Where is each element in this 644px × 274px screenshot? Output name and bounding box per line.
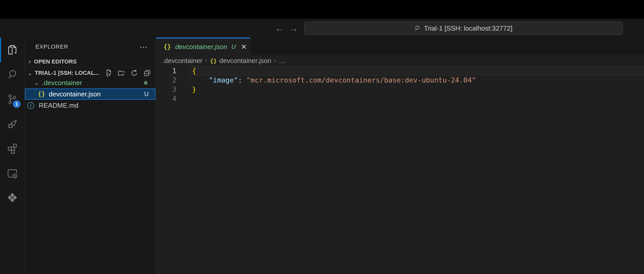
sidebar-more-actions-icon[interactable]: ⋯ <box>140 38 148 56</box>
code-line-1: 1 { <box>156 66 644 76</box>
tab-label: devcontainer.json <box>175 43 227 51</box>
refresh-icon[interactable] <box>130 69 138 77</box>
indent-guide <box>190 76 190 85</box>
debug-icon <box>6 118 18 130</box>
activity-item-source-control[interactable]: 1 <box>0 87 25 112</box>
activity-bar: 1 <box>0 38 25 274</box>
workspace-label: TRIAL-1 [SSH: LOCAL... <box>35 70 99 76</box>
search-icon <box>415 25 421 31</box>
tree-indent-guide <box>35 89 35 100</box>
title-bar: ← → Trial-1 [SSH: localhost:32772] <box>0 19 644 38</box>
menu-bar <box>0 0 644 19</box>
file-label: devcontainer.json <box>49 90 101 98</box>
activity-item-run-debug[interactable] <box>0 112 25 136</box>
tab-devcontainer-json[interactable]: {} devcontainer.json U ✕ <box>156 38 250 55</box>
chevron-right-icon: › <box>205 57 207 64</box>
chevron-down-icon: ⌄ <box>34 80 39 86</box>
tree-row-devcontainer-folder[interactable]: ⌄ .devcontainer <box>25 77 155 88</box>
chevron-right-icon: › <box>274 57 277 64</box>
code-line-4: 4 <box>156 94 644 103</box>
remote-explorer-icon <box>6 167 18 179</box>
tab-untracked-badge: U <box>231 43 236 50</box>
current-line-highlight <box>189 66 644 76</box>
active-indicator <box>0 38 1 62</box>
code-token-key: "image" <box>209 76 238 84</box>
readme-info-icon: i <box>27 102 34 109</box>
nav-forward-icon[interactable]: → <box>288 19 299 38</box>
editor-area: {} devcontainer.json U ✕ .devcontainer ›… <box>156 38 644 274</box>
line-number: 2 <box>156 76 176 85</box>
breadcrumb-folder[interactable]: .devcontainer <box>162 57 202 65</box>
file-tree: ⌄ .devcontainer {} devcontainer.json U i… <box>25 77 155 111</box>
chevron-right-icon: › <box>29 58 31 65</box>
json-file-icon: {} <box>210 58 217 64</box>
workspace-section[interactable]: ⌄ TRIAL-1 [SSH: LOCAL... <box>25 68 155 78</box>
git-untracked-badge: U <box>144 90 149 98</box>
activity-item-containers[interactable] <box>0 186 25 210</box>
code-token-string: "mcr.microsoft.com/devcontainers/base:de… <box>246 76 476 84</box>
breadcrumb: .devcontainer › {} devcontainer.json › … <box>156 55 644 66</box>
new-folder-icon[interactable] <box>117 69 126 77</box>
nav-back-icon[interactable]: ← <box>274 19 285 38</box>
tree-row-devcontainer-json[interactable]: {} devcontainer.json U <box>25 88 155 100</box>
activity-item-explorer[interactable] <box>0 38 25 62</box>
scm-badge: 1 <box>13 100 21 108</box>
code-token: } <box>192 85 196 93</box>
sidebar-title: EXPLORER <box>35 43 68 50</box>
open-editors-section[interactable]: › OPEN EDITORS <box>25 56 155 67</box>
folder-label: .devcontainer <box>42 79 82 87</box>
files-icon <box>6 44 18 56</box>
code-token-punct: : <box>238 76 247 84</box>
extensions-icon <box>6 143 18 154</box>
line-number: 4 <box>156 94 176 103</box>
json-file-icon: {} <box>38 90 45 98</box>
line-number: 1 <box>156 66 176 76</box>
tree-row-readme[interactable]: i README.md <box>25 100 155 111</box>
file-label: README.md <box>39 102 79 109</box>
breadcrumb-symbol[interactable]: … <box>279 57 286 65</box>
activity-item-extensions[interactable] <box>0 136 25 161</box>
line-number: 3 <box>156 85 176 94</box>
tab-bar: {} devcontainer.json U ✕ <box>156 38 644 55</box>
code-line-3: 3 } <box>156 85 644 94</box>
collapse-all-icon[interactable] <box>143 69 151 77</box>
activity-item-search[interactable] <box>0 62 25 87</box>
json-file-icon: {} <box>164 43 171 50</box>
git-modified-dot-badge <box>144 81 148 85</box>
activity-item-remote-explorer[interactable] <box>0 161 25 186</box>
containers-icon <box>6 192 18 204</box>
new-file-icon[interactable] <box>105 69 113 77</box>
close-icon[interactable]: ✕ <box>241 43 247 51</box>
explorer-sidebar: EXPLORER ⋯ › OPEN EDITORS ⌄ TRIAL-1 [SSH… <box>25 38 156 274</box>
chevron-down-icon: ⌄ <box>27 70 32 76</box>
code-token: { <box>192 67 196 75</box>
command-center[interactable]: Trial-1 [SSH: localhost:32772] <box>304 22 623 35</box>
command-center-label: Trial-1 [SSH: localhost:32772] <box>424 24 512 32</box>
breadcrumb-file[interactable]: devcontainer.json <box>219 57 271 65</box>
open-editors-label: OPEN EDITORS <box>34 58 77 65</box>
code-editor[interactable]: 1 { 2 "image": "mcr.microsoft.com/devcon… <box>156 66 644 103</box>
search-icon <box>6 69 18 80</box>
code-line-2: 2 "image": "mcr.microsoft.com/devcontain… <box>156 76 644 85</box>
